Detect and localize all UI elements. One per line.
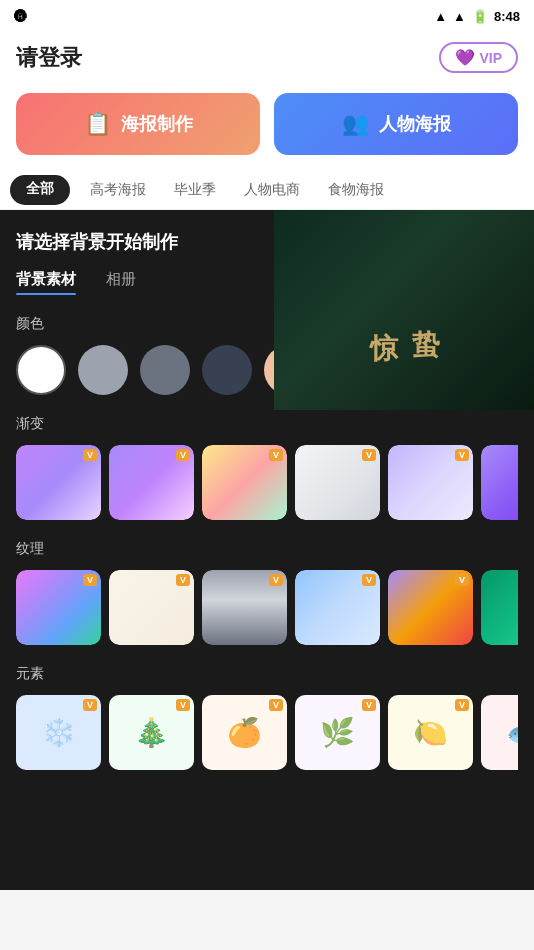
status-bar: 🅐 ▲ ▲ 🔋 8:48: [0, 0, 534, 32]
texture-section-label: 纹理: [16, 540, 518, 558]
poster-icon: 📋: [84, 111, 111, 137]
vip-badge: V: [362, 449, 376, 461]
category-bar: 全部 高考海报 毕业季 人物电商 食物海报: [0, 171, 534, 210]
element-item-6[interactable]: 🐟 V: [481, 695, 518, 770]
vip-badge: V: [455, 574, 469, 586]
texture-row: V V V V V V: [16, 570, 518, 649]
time-display: 8:48: [494, 9, 520, 24]
vip-badge: V: [269, 449, 283, 461]
texture-item-6[interactable]: V: [481, 570, 518, 645]
texture-item-5[interactable]: V: [388, 570, 473, 645]
page-title: 请登录: [16, 43, 82, 73]
texture-item-4[interactable]: V: [295, 570, 380, 645]
preview-text-2: 蛰: [407, 308, 443, 312]
category-gaokao[interactable]: 高考海报: [76, 171, 160, 209]
vip-badge: V: [269, 574, 283, 586]
vip-badge: V: [176, 449, 190, 461]
person-icon: 👥: [342, 111, 369, 137]
vip-badge: V: [362, 699, 376, 711]
fish-icon: 🐟: [481, 695, 518, 770]
gradient-item-4[interactable]: V: [295, 445, 380, 520]
vip-badge: V: [83, 699, 97, 711]
gradient-item-2[interactable]: V: [109, 445, 194, 520]
poster-label: 海报制作: [121, 112, 193, 136]
element-item-3[interactable]: 🍊 V: [202, 695, 287, 770]
wifi-icon: ▲: [434, 9, 447, 24]
elements-row: ❄️ V 🎄 V 🍊 V 🌿 V 🍋 V 🐟 V: [16, 695, 518, 774]
vip-badge: V: [176, 699, 190, 711]
element-item-4[interactable]: 🌿 V: [295, 695, 380, 770]
vip-badge: V: [455, 699, 469, 711]
elements-section-label: 元素: [16, 665, 518, 683]
preview-text-1: 惊: [365, 308, 401, 312]
signal-icon: ▲: [453, 9, 466, 24]
vip-button[interactable]: 💜 VIP: [439, 42, 518, 73]
color-dark-gray[interactable]: [202, 345, 252, 395]
vip-badge: V: [455, 449, 469, 461]
category-food[interactable]: 食物海报: [314, 171, 398, 209]
category-all[interactable]: 全部: [10, 175, 70, 205]
person-poster-label: 人物海报: [379, 112, 451, 136]
vip-heart-icon: 💜: [455, 48, 475, 67]
gradient-item-1[interactable]: V: [16, 445, 101, 520]
color-light-gray[interactable]: [78, 345, 128, 395]
texture-item-1[interactable]: V: [16, 570, 101, 645]
app-icon: 🅐: [14, 9, 27, 24]
vip-badge: V: [269, 699, 283, 711]
gradient-item-5[interactable]: V: [388, 445, 473, 520]
gradient-row: V V V V V V: [16, 445, 518, 524]
category-graduation[interactable]: 毕业季: [160, 171, 230, 209]
header: 请登录 💜 VIP: [0, 32, 534, 83]
color-white[interactable]: [16, 345, 66, 395]
gradient-section-label: 渐变: [16, 415, 518, 433]
vip-badge: V: [83, 574, 97, 586]
gradient-item-3[interactable]: V: [202, 445, 287, 520]
color-gray[interactable]: [140, 345, 190, 395]
texture-item-3[interactable]: V: [202, 570, 287, 645]
panel-title: 请选择背景开始制作: [16, 230, 518, 254]
tab-album[interactable]: 相册: [106, 270, 136, 295]
poster-button[interactable]: 📋 海报制作: [16, 93, 260, 155]
status-icons: ▲ ▲ 🔋 8:48: [434, 9, 520, 24]
panel-tabs: 背景素材 相册: [16, 270, 518, 295]
gradient-item-6[interactable]: V: [481, 445, 518, 520]
background-selection-panel: 惊 蛰 请选择背景开始制作 背景素材 相册 颜色 渐变 V V V: [0, 210, 534, 890]
vip-label: VIP: [479, 50, 502, 66]
element-item-5[interactable]: 🍋 V: [388, 695, 473, 770]
battery-icon: 🔋: [472, 9, 488, 24]
category-person-ecommerce[interactable]: 人物电商: [230, 171, 314, 209]
vip-badge: V: [83, 449, 97, 461]
tab-background-material[interactable]: 背景素材: [16, 270, 76, 295]
vip-badge: V: [176, 574, 190, 586]
action-buttons-container: 📋 海报制作 👥 人物海报: [0, 83, 534, 171]
texture-item-2[interactable]: V: [109, 570, 194, 645]
person-poster-button[interactable]: 👥 人物海报: [274, 93, 518, 155]
element-item-2[interactable]: 🎄 V: [109, 695, 194, 770]
vip-badge: V: [362, 574, 376, 586]
element-item-1[interactable]: ❄️ V: [16, 695, 101, 770]
